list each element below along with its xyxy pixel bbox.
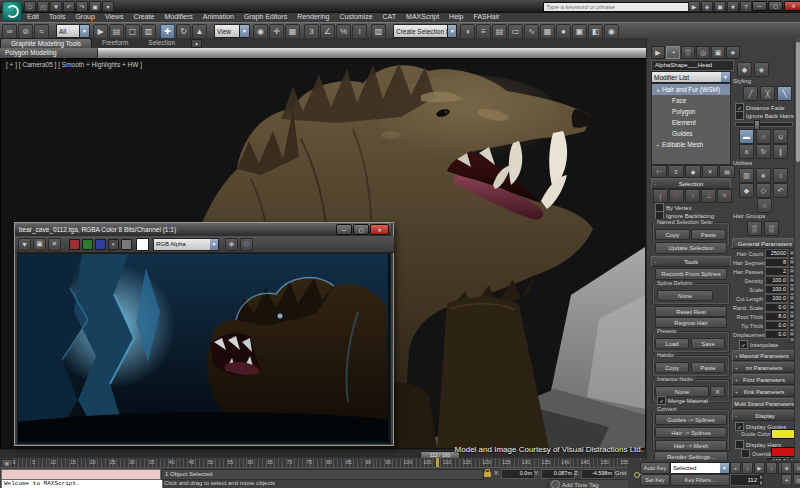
translate-hair-icon[interactable]: ▬ xyxy=(739,129,754,144)
tab-modify[interactable]: ◔ xyxy=(666,46,680,59)
named-selection-sets-dropdown[interactable]: Create Selection Se▼ xyxy=(393,24,457,38)
current-frame-field[interactable]: 112 xyxy=(730,474,760,486)
param-value-field[interactable]: 100.0 xyxy=(765,294,788,303)
menu-group[interactable]: Group xyxy=(70,12,99,22)
use-pivot-center-icon[interactable]: ◉ xyxy=(253,24,268,39)
edit-named-selection-sets-icon[interactable]: ▧ xyxy=(371,24,386,39)
tab-create[interactable]: ▶ xyxy=(651,46,665,59)
pop-selected-icon[interactable]: ∗ xyxy=(756,168,771,183)
paste-selection-set-button[interactable]: Paste xyxy=(691,229,726,240)
angle-snap-icon[interactable]: ∠ xyxy=(320,24,335,39)
merge-material-checkbox[interactable]: ✓Merge Material xyxy=(657,396,708,405)
rollout-mr-parameters[interactable]: +mr Parameters xyxy=(732,362,796,373)
go-to-start-icon[interactable]: « xyxy=(730,462,741,474)
update-selection-button[interactable]: Update Selection xyxy=(655,242,727,254)
menu-edit[interactable]: Edit xyxy=(22,12,44,22)
application-menu-button[interactable] xyxy=(2,1,22,21)
unlock-icon[interactable]: ◇ xyxy=(756,183,771,198)
configure-modifier-sets-icon[interactable]: ▤ xyxy=(719,165,735,178)
curve-editor-icon[interactable]: ∿ xyxy=(524,24,539,39)
param-value-field[interactable]: 0.0 xyxy=(765,303,788,312)
menu-help[interactable]: Help xyxy=(444,12,468,22)
snap-toggle-icon[interactable]: 3 xyxy=(304,24,319,39)
copy-selection-set-button[interactable]: Copy xyxy=(655,229,690,240)
subscription-icon[interactable]: ◈ xyxy=(701,1,713,12)
param-value-field[interactable]: 8.0 xyxy=(765,312,788,321)
red-channel-button[interactable] xyxy=(69,239,80,250)
menu-create[interactable]: Create xyxy=(128,12,159,22)
stand-hair-icon[interactable]: ∩ xyxy=(756,129,771,144)
make-hair-group-icon[interactable]: ▒ xyxy=(747,221,762,236)
alpha-channel-button[interactable]: ◐ xyxy=(108,239,119,250)
param-value-field[interactable]: 100.0 xyxy=(765,276,788,285)
ribbon-tab-selection[interactable]: Selection xyxy=(138,38,185,48)
undo-icon[interactable]: ↶ xyxy=(63,1,75,12)
param-value-field[interactable]: 2 xyxy=(765,267,788,276)
z-coordinate-field[interactable]: -4.598m xyxy=(581,469,615,479)
tools-rollout-header[interactable]: −Tools xyxy=(651,256,731,267)
reset-rest-button[interactable]: Reset Rest xyxy=(655,306,727,317)
paste-hairdo-button[interactable]: Paste xyxy=(691,362,725,373)
select-vertices-icon[interactable]: ∴ xyxy=(669,189,684,203)
pan-icon[interactable]: ✛ xyxy=(781,474,792,486)
mirror-icon[interactable]: ◑ xyxy=(460,24,475,39)
ribbon-collapse-icon[interactable]: ▴ xyxy=(191,39,202,48)
detach-hair-group-icon[interactable]: ▒ xyxy=(764,221,779,236)
interpolate-checkbox[interactable]: ✓Interpolate xyxy=(739,340,778,349)
modifier-enable-icon[interactable]: ▪ xyxy=(654,142,662,148)
brush-size-slider[interactable] xyxy=(735,122,793,127)
instance-node-clear-button[interactable]: X xyxy=(710,386,725,397)
menu-maxscript[interactable]: MAXScript xyxy=(401,12,444,22)
hair-brush-icon[interactable]: ╱ xyxy=(743,86,758,101)
menu-customize[interactable]: Customize xyxy=(334,12,377,22)
spinner-snap-icon[interactable]: ↕ xyxy=(352,24,367,39)
maximize-button[interactable]: ▢ xyxy=(768,1,783,11)
param-value-field[interactable]: 8 xyxy=(765,258,788,267)
key-filters-button[interactable]: Key Filters... xyxy=(670,474,730,486)
previous-frame-icon[interactable]: ‹ xyxy=(742,462,753,474)
window-crossing-icon[interactable]: ▥ xyxy=(141,24,156,39)
select-and-move-icon[interactable]: ✚ xyxy=(160,24,175,39)
zoom-extents-icon[interactable]: ⊙ xyxy=(793,462,800,474)
tab-utilities[interactable]: ★ xyxy=(726,46,740,59)
modifier-enable-icon[interactable]: ● xyxy=(654,87,662,93)
make-unique-icon[interactable]: ◆ xyxy=(685,165,701,178)
param-value-field[interactable]: 100.0 xyxy=(765,285,788,294)
rendered-frame-window[interactable]: bear_cave_0112.tga, RGBA Color 8 Bits/Ch… xyxy=(14,222,394,446)
rollout-frizz-parameters[interactable]: +Frizz Parameters xyxy=(732,374,796,385)
convert-button-hair-splines[interactable]: Hair -> Splines xyxy=(655,427,727,438)
qat-dropdown-icon[interactable]: ▾ xyxy=(102,1,114,12)
menu-fashair[interactable]: FASHair xyxy=(469,12,505,22)
select-guide-ends-icon[interactable]: ≀ xyxy=(685,189,700,203)
regrow-hair-button[interactable]: Regrow Hair xyxy=(655,317,727,328)
menu-cat[interactable]: CAT xyxy=(378,12,401,22)
selection-lock-icon[interactable] xyxy=(484,472,491,477)
select-object-icon[interactable]: ▶ xyxy=(93,24,108,39)
param-value-field[interactable]: 0.0 xyxy=(765,330,788,339)
select-and-link-icon[interactable]: ∞ xyxy=(2,24,17,39)
reference-coordinate-dropdown[interactable]: View▼ xyxy=(214,24,250,38)
scale-hair-icon[interactable]: ∥ xyxy=(773,144,788,159)
material-editor-icon[interactable]: ● xyxy=(556,24,571,39)
stack-item-editable-mesh[interactable]: ▪Editable Mesh xyxy=(652,139,730,150)
param-value-field[interactable]: 25000 xyxy=(765,249,788,258)
menu-animation[interactable]: Animation xyxy=(198,12,239,22)
unlink-selection-icon[interactable]: ⊘ xyxy=(18,24,33,39)
green-channel-button[interactable] xyxy=(82,239,93,250)
play-icon[interactable]: ▶ xyxy=(754,462,765,474)
select-and-manipulate-icon[interactable]: ✛ xyxy=(269,24,284,39)
show-guides-icon[interactable]: ◈ xyxy=(754,62,769,77)
maxscript-listener-field[interactable]: Welcome to MAXScript. xyxy=(1,479,163,488)
undo-style-icon[interactable]: ↶ xyxy=(773,183,788,198)
recomb-from-splines-button[interactable]: Recomb From Splines xyxy=(655,268,727,280)
rollout-multi-strand-parameters[interactable]: +Multi Strand Parameters xyxy=(732,398,796,409)
select-and-scale-icon[interactable]: ▲ xyxy=(192,24,207,39)
rectangular-selection-region-icon[interactable]: ▢ xyxy=(125,24,140,39)
zoom-icon[interactable]: ⊕ xyxy=(781,462,792,474)
current-frame-marker[interactable] xyxy=(436,458,439,467)
stack-item-hair-and-fur-wsm-[interactable]: ●Hair and Fur (WSM) xyxy=(652,84,730,95)
style-hair-icon[interactable]: ◆ xyxy=(737,62,752,77)
delete-image-icon[interactable]: ✕ xyxy=(48,238,61,251)
channel-display-icon[interactable]: ◇ xyxy=(240,238,253,251)
orbit-icon[interactable]: ◎ xyxy=(793,474,800,486)
